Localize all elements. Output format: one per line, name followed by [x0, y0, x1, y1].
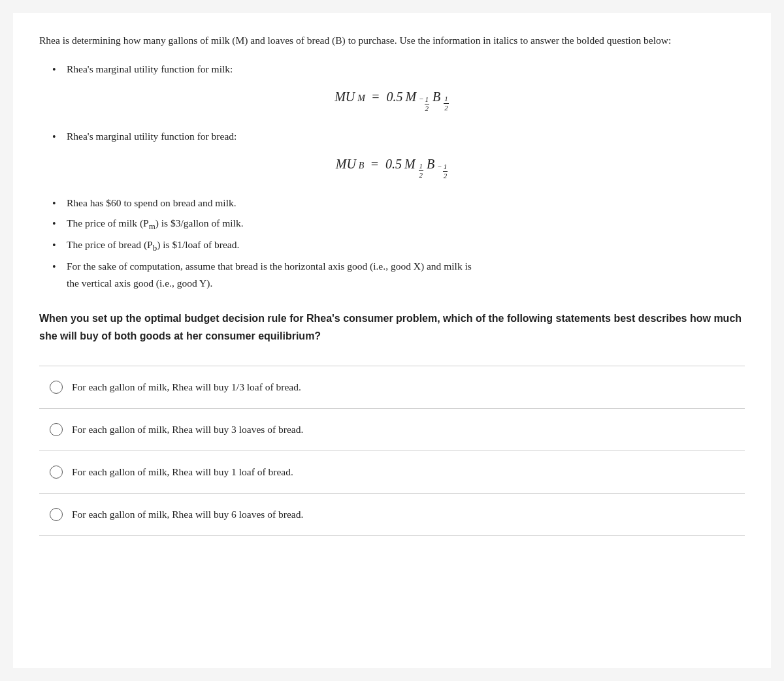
- option-label-c: For each gallon of milk, Rhea will buy 1…: [72, 466, 293, 478]
- option-item-a[interactable]: For each gallon of milk, Rhea will buy 1…: [39, 366, 745, 409]
- options-container: For each gallon of milk, Rhea will buy 1…: [39, 366, 745, 536]
- math-expr-milk: MUM = 0.5M−12 B12: [335, 89, 449, 113]
- intro-paragraph: Rhea is determining how many gallons of …: [39, 33, 745, 49]
- price-milk-sub: m: [149, 221, 155, 231]
- frac-half-M: 12: [425, 95, 430, 113]
- math-expr-bread: MUB = 0.5M12 B−12: [336, 157, 449, 180]
- bullet-computation: For the sake of computation, assume that…: [52, 258, 745, 293]
- option-label-a: For each gallon of milk, Rhea will buy 1…: [72, 381, 301, 393]
- frac-half-B: 12: [443, 163, 448, 180]
- price-bread-text: The price of bread (Pb) is $1/loaf of br…: [67, 239, 239, 250]
- bread-label-text: Rhea's marginal utility function for bre…: [67, 131, 237, 142]
- frac-half-B-milk: 12: [444, 95, 449, 112]
- radio-c[interactable]: [50, 466, 63, 479]
- bullet-budget: Rhea has $60 to spend on bread and milk.: [52, 195, 745, 212]
- bullet-milk-label: Rhea's marginal utility function for mil…: [52, 61, 745, 78]
- question-text: When you set up the optimal budget decis…: [39, 313, 742, 341]
- math-display-milk: MUM = 0.5M−12 B12: [39, 89, 745, 113]
- bullet-price-milk: The price of milk (Pm) is $3/gallon of m…: [52, 215, 745, 234]
- neg-exp-B: −12: [437, 163, 448, 180]
- math-display-bread: MUB = 0.5M12 B−12: [39, 157, 745, 180]
- frac-half-M-bread: 12: [419, 162, 424, 180]
- option-label-d: For each gallon of milk, Rhea will buy 6…: [72, 509, 303, 520]
- price-milk-text: The price of milk (Pm) is $3/gallon of m…: [67, 217, 244, 229]
- math-sub-M: M: [357, 93, 365, 104]
- computation-text: For the sake of computation, assume that…: [67, 261, 472, 289]
- option-label-b: For each gallon of milk, Rhea will buy 3…: [72, 424, 303, 436]
- radio-d[interactable]: [50, 508, 63, 521]
- computation-text-2: the vertical axis good (i.e., good Y).: [67, 275, 212, 292]
- neg-exp-M: −12: [419, 95, 430, 113]
- bullet-list-info: Rhea has $60 to spend on bread and milk.…: [52, 195, 745, 292]
- price-bread-sub: b: [153, 243, 157, 253]
- budget-text: Rhea has $60 to spend on bread and milk.: [67, 197, 237, 208]
- radio-a[interactable]: [50, 381, 63, 394]
- radio-b[interactable]: [50, 423, 63, 436]
- option-item-d[interactable]: For each gallon of milk, Rhea will buy 6…: [39, 494, 745, 536]
- bullet-list-milk: Rhea's marginal utility function for mil…: [52, 61, 745, 78]
- bullet-bread-label: Rhea's marginal utility function for bre…: [52, 128, 745, 145]
- page-container: Rhea is determining how many gallons of …: [13, 13, 771, 668]
- bullet-list-bread: Rhea's marginal utility function for bre…: [52, 128, 745, 145]
- milk-label-text: Rhea's marginal utility function for mil…: [67, 63, 233, 74]
- math-sub-B: B: [359, 161, 365, 171]
- option-item-c[interactable]: For each gallon of milk, Rhea will buy 1…: [39, 451, 745, 494]
- option-item-b[interactable]: For each gallon of milk, Rhea will buy 3…: [39, 409, 745, 451]
- question-block: When you set up the optimal budget decis…: [39, 310, 745, 345]
- bullet-price-bread: The price of bread (Pb) is $1/loaf of br…: [52, 236, 745, 255]
